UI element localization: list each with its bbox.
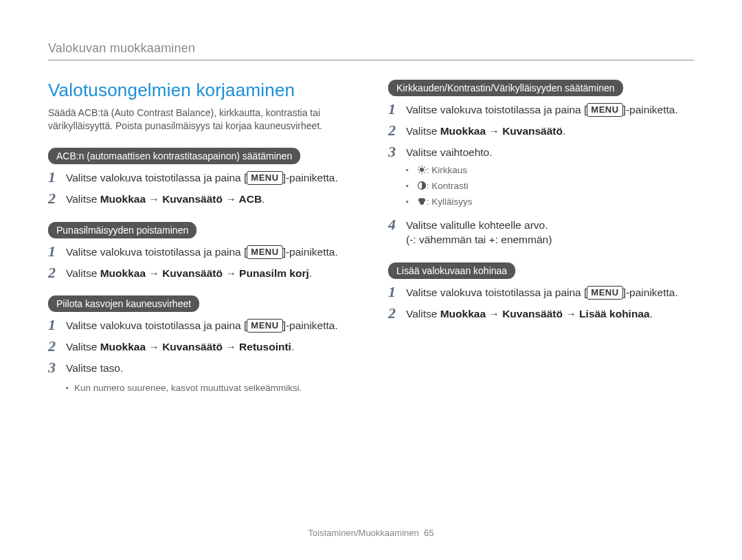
steps-redeye: 1 Valitse valokuva toistotilassa ja pain… <box>48 245 354 281</box>
step-text: Valitse valokuva toistotilassa ja paina … <box>66 319 354 333</box>
step-text: Valitse Muokkaa → Kuvansäätö → Punasilm … <box>66 267 354 281</box>
menu-button-label: MENU <box>587 286 622 300</box>
brightness-icon <box>417 165 427 178</box>
svg-point-0 <box>420 168 424 172</box>
heading-beauty: Piilota kasvojen kauneusvirheet <box>48 295 199 312</box>
text: ]-painiketta. <box>623 287 678 298</box>
step-number: 1 <box>388 284 406 300</box>
step-1: 1 Valitse valokuva toistotilassa ja pain… <box>48 245 354 260</box>
text: . <box>563 125 565 137</box>
intro-text: Säädä ACB:tä (Auto Contrast Balance), ki… <box>48 107 354 133</box>
text: . <box>291 341 294 352</box>
menu-button-label: MENU <box>247 171 282 185</box>
text-bold: Muokkaa → Kuvansäätö → Lisää kohinaa <box>440 308 650 320</box>
step-number: 2 <box>388 306 406 321</box>
menu-button-label: MENU <box>587 103 622 117</box>
option-contrast: : Kontrasti <box>406 180 694 194</box>
step-1: 1 Valitse valokuva toistotilassa ja pain… <box>388 286 694 300</box>
text: ]-painiketta. <box>283 172 338 183</box>
step-1: 1 Valitse valokuva toistotilassa ja pain… <box>48 319 354 333</box>
left-column: Valotusongelmien korjaaminen Säädä ACB:t… <box>48 80 354 393</box>
svg-line-7 <box>418 172 419 172</box>
svg-line-8 <box>424 166 425 167</box>
contrast-icon <box>417 181 427 194</box>
text: (-: vähemmän tai +: enemmän) <box>406 234 552 245</box>
text: Valitse vaihtoehto. <box>406 146 493 158</box>
step-text: Valitse Muokkaa → Kuvansäätö → Retusoint… <box>66 340 354 355</box>
breadcrumb: Valokuvan muokkaaminen <box>48 41 694 60</box>
right-column: Kirkkauden/Kontrastin/Värikylläisyyden s… <box>388 80 694 393</box>
heading-noise: Lisää valokuvaan kohinaa <box>388 262 515 279</box>
text: Valitse valokuva toistotilassa ja paina … <box>66 246 247 258</box>
step-2: 2 Valitse Muokkaa → Kuvansäätö. <box>388 124 694 139</box>
text: Valitse <box>406 125 440 137</box>
note-beauty: Kun numero suurenee, kasvot muuttuvat se… <box>66 383 354 393</box>
page-title: Valotusongelmien korjaaminen <box>48 80 354 101</box>
step-text: Valitse Muokkaa → Kuvansäätö → Lisää koh… <box>406 307 694 322</box>
step-number: 3 <box>388 144 406 159</box>
step-text: Valitse valokuva toistotilassa ja paina … <box>66 171 354 186</box>
text: . <box>309 267 312 279</box>
svg-line-6 <box>424 172 425 172</box>
text: ]-painiketta. <box>283 246 338 258</box>
menu-button-label: MENU <box>247 319 282 333</box>
heading-redeye: Punasilmäisyyden poistaminen <box>48 222 196 238</box>
step-text: Valitse vaihtoehto. : Kirkkaus : Kontr <box>406 146 694 212</box>
step-number: 2 <box>48 265 66 280</box>
option-label: : Kirkkaus <box>427 165 467 175</box>
step-2: 2 Valitse Muokkaa → Kuvansäätö → Retusoi… <box>48 340 354 355</box>
step-text: Valitse valokuva toistotilassa ja paina … <box>406 103 694 117</box>
text: Valitse valokuva toistotilassa ja paina … <box>406 287 587 298</box>
step-number: 1 <box>48 170 66 185</box>
content-columns: Valotusongelmien korjaaminen Säädä ACB:t… <box>48 80 694 393</box>
step-number: 2 <box>48 191 66 206</box>
steps-noise: 1 Valitse valokuva toistotilassa ja pain… <box>388 286 694 322</box>
footer-page-number: 65 <box>424 528 434 538</box>
text: . <box>650 308 653 320</box>
text: ]-painiketta. <box>623 104 678 115</box>
heading-bcs: Kirkkauden/Kontrastin/Värikylläisyyden s… <box>388 80 623 96</box>
step-text: Valitse Muokkaa → Kuvansäätö → ACB. <box>66 192 354 207</box>
text: Valitse valokuva toistotilassa ja paina … <box>66 172 247 183</box>
step-2: 2 Valitse Muokkaa → Kuvansäätö → Lisää k… <box>388 307 694 322</box>
text: . <box>262 193 265 205</box>
steps-acb: 1 Valitse valokuva toistotilassa ja pain… <box>48 171 354 207</box>
step-number: 1 <box>48 244 66 259</box>
saturation-icon <box>417 197 427 210</box>
step-number: 4 <box>388 217 406 232</box>
step-3: 3 Valitse vaihtoehto. : Kirkkaus <box>388 146 694 212</box>
step-2: 2 Valitse Muokkaa → Kuvansäätö → ACB. <box>48 192 354 207</box>
text: Valitse <box>66 193 100 205</box>
option-label: : Kontrasti <box>427 181 469 191</box>
option-brightness: : Kirkkaus <box>406 164 694 178</box>
svg-line-5 <box>418 166 419 167</box>
step-text: Valitse taso. <box>66 361 354 376</box>
menu-button-label: MENU <box>247 245 282 259</box>
option-label: : Kylläisyys <box>427 197 473 207</box>
options-list: : Kirkkaus : Kontrasti : Kylläisyys <box>406 164 694 210</box>
text: Valitse <box>406 308 440 320</box>
option-saturation: : Kylläisyys <box>406 196 694 210</box>
step-text: Valitse Muokkaa → Kuvansäätö. <box>406 124 694 139</box>
step-text: Valitse valitulle kohteelle arvo. (-: vä… <box>406 219 694 247</box>
text: ]-painiketta. <box>283 320 338 331</box>
text: Valitse <box>66 267 100 279</box>
text-bold: Muokkaa → Kuvansäätö <box>440 125 563 137</box>
text-bold: Muokkaa → Kuvansäätö → Retusointi <box>100 341 291 352</box>
page: Valokuvan muokkaaminen Valotusongelmien … <box>0 0 742 560</box>
text-bold: Muokkaa → Kuvansäätö → ACB <box>100 193 262 205</box>
step-1: 1 Valitse valokuva toistotilassa ja pain… <box>48 171 354 186</box>
step-4: 4 Valitse valitulle kohteelle arvo. (-: … <box>388 219 694 247</box>
step-1: 1 Valitse valokuva toistotilassa ja pain… <box>388 103 694 117</box>
page-footer: Toistaminen/Muokkaaminen 65 <box>0 528 742 538</box>
text: Valitse valokuva toistotilassa ja paina … <box>406 104 587 115</box>
step-number: 2 <box>48 339 66 354</box>
text-bold: Muokkaa → Kuvansäätö → Punasilm korj <box>100 267 309 279</box>
step-number: 1 <box>388 102 406 117</box>
steps-beauty: 1 Valitse valokuva toistotilassa ja pain… <box>48 319 354 376</box>
step-2: 2 Valitse Muokkaa → Kuvansäätö → Punasil… <box>48 267 354 281</box>
text: Valitse valokuva toistotilassa ja paina … <box>66 320 247 331</box>
heading-acb: ACB:n (automaattisen kontrastitasapainon… <box>48 148 300 164</box>
step-3: 3 Valitse taso. <box>48 361 354 376</box>
step-text: Valitse valokuva toistotilassa ja paina … <box>66 245 354 260</box>
